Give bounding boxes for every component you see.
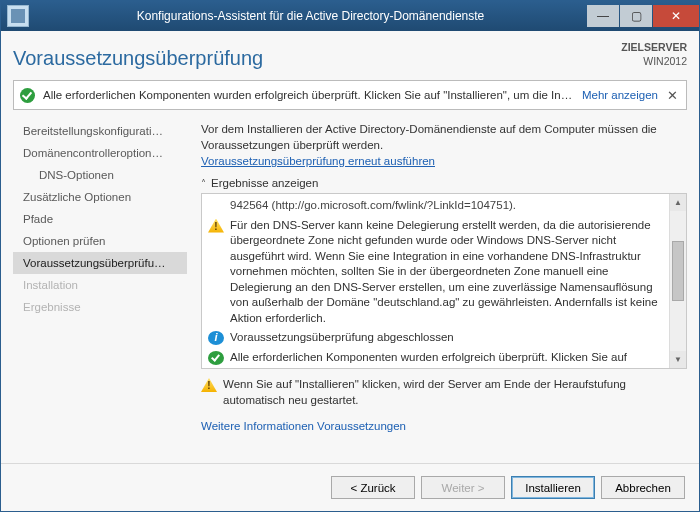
header-row: Voraussetzungsüberprüfung ZIELSERVER WIN… <box>13 41 687 70</box>
restart-footnote: Wenn Sie auf "Installieren" klicken, wir… <box>201 377 687 408</box>
cancel-button[interactable]: Abbrechen <box>601 476 685 499</box>
result-text: 942564 (http://go.microsoft.com/fwlink/?… <box>230 198 663 214</box>
result-row: Voraussetzungsüberprüfung abgeschlossen <box>206 328 665 348</box>
banner-message: Alle erforderlichen Komponenten wurden e… <box>43 89 576 101</box>
button-bar: < Zurück Weiter > Installieren Abbrechen <box>1 463 699 511</box>
step-deployment-config[interactable]: Bereitstellungskonfigurati… <box>13 120 187 142</box>
scroll-up-icon[interactable]: ▲ <box>670 194 686 211</box>
result-text: Für den DNS-Server kann keine Delegierun… <box>230 218 663 327</box>
step-installation: Installation <box>13 274 187 296</box>
scroll-thumb[interactable] <box>672 241 684 301</box>
results-header-label: Ergebnisse anzeigen <box>211 177 318 189</box>
step-review-options[interactable]: Optionen prüfen <box>13 230 187 252</box>
rerun-link[interactable]: Voraussetzungsüberprüfung erneut ausführ… <box>201 155 435 167</box>
info-icon <box>208 331 224 345</box>
chevron-up-icon: ˄ <box>201 178 211 189</box>
banner-more-link[interactable]: Mehr anzeigen <box>582 89 658 101</box>
step-prerequisites[interactable]: Voraussetzungsüberprüfu… <box>13 252 187 274</box>
footnote-text: Wenn Sie auf "Installieren" klicken, wir… <box>223 377 687 408</box>
banner-close-icon[interactable]: ✕ <box>664 88 680 103</box>
result-text: Alle erforderlichen Komponenten wurden e… <box>230 350 663 368</box>
maximize-button[interactable]: ▢ <box>620 5 652 27</box>
result-row: 942564 (http://go.microsoft.com/fwlink/?… <box>206 196 665 216</box>
page-title: Voraussetzungsüberprüfung <box>13 41 621 70</box>
result-text: Voraussetzungsüberprüfung abgeschlossen <box>230 330 663 346</box>
app-icon <box>7 5 29 27</box>
wizard-window: Konfigurations-Assistent für die Active … <box>0 0 700 512</box>
step-results: Ergebnisse <box>13 296 187 318</box>
window-title: Konfigurations-Assistent für die Active … <box>35 9 586 23</box>
result-row: Für den DNS-Server kann keine Delegierun… <box>206 216 665 329</box>
intro-text: Vor dem Installieren der Active Director… <box>201 122 687 153</box>
scrollbar[interactable]: ▲ ▼ <box>669 194 686 368</box>
sidebar: Bereitstellungskonfigurati… Domänencontr… <box>13 118 187 457</box>
results-list: 942564 (http://go.microsoft.com/fwlink/?… <box>202 194 669 368</box>
wizard-body: Voraussetzungsüberprüfung ZIELSERVER WIN… <box>1 31 699 463</box>
warning-icon <box>208 219 224 233</box>
scroll-down-icon[interactable]: ▼ <box>670 351 686 368</box>
content-pane: Vor dem Installieren der Active Director… <box>187 118 687 457</box>
results-header[interactable]: ˄ Ergebnisse anzeigen <box>201 177 687 189</box>
step-dns-options[interactable]: DNS-Optionen <box>13 164 187 186</box>
target-value: WIN2012 <box>621 55 687 69</box>
result-row: Alle erforderlichen Komponenten wurden e… <box>206 348 665 368</box>
next-button: Weiter > <box>421 476 505 499</box>
target-label: ZIELSERVER <box>621 41 687 55</box>
more-info-link[interactable]: Weitere Informationen Voraussetzungen <box>201 420 687 432</box>
success-icon <box>208 351 224 365</box>
step-additional-options[interactable]: Zusätzliche Optionen <box>13 186 187 208</box>
success-icon <box>20 88 35 103</box>
warning-icon <box>201 378 217 392</box>
install-button[interactable]: Installieren <box>511 476 595 499</box>
minimize-button[interactable]: — <box>587 5 619 27</box>
scroll-track[interactable] <box>670 211 686 351</box>
close-button[interactable]: ✕ <box>653 5 699 27</box>
target-server-block: ZIELSERVER WIN2012 <box>621 41 687 68</box>
results-box: 942564 (http://go.microsoft.com/fwlink/?… <box>201 193 687 369</box>
main-area: Bereitstellungskonfigurati… Domänencontr… <box>13 118 687 457</box>
step-dc-options[interactable]: Domänencontrolleroption… <box>13 142 187 164</box>
back-button[interactable]: < Zurück <box>331 476 415 499</box>
titlebar: Konfigurations-Assistent für die Active … <box>1 1 699 31</box>
window-buttons: — ▢ ✕ <box>586 5 699 27</box>
step-paths[interactable]: Pfade <box>13 208 187 230</box>
status-banner: Alle erforderlichen Komponenten wurden e… <box>13 80 687 110</box>
